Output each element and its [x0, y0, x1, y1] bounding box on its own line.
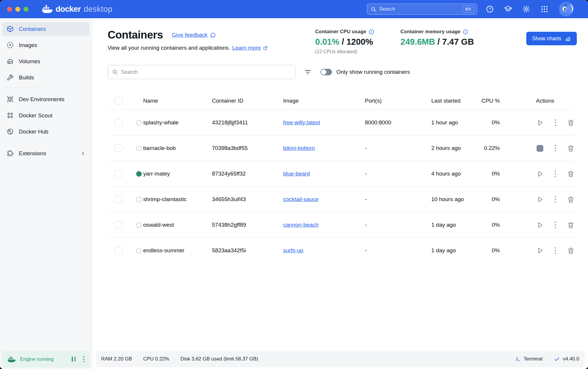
- sidebar-item-extensions[interactable]: Extensions: [2, 146, 89, 160]
- cpu-percent: 0.22%: [475, 145, 500, 151]
- container-id: 87324y65ff32: [212, 171, 283, 177]
- cpu-usage-stat: Container CPU usage i 0.01% / 1200% (12 …: [315, 29, 374, 54]
- start-container-button[interactable]: [536, 119, 544, 127]
- column-header-container-id[interactable]: Container ID: [212, 98, 283, 104]
- help-icon[interactable]: ?: [486, 5, 494, 13]
- show-charts-button[interactable]: Show charts: [526, 32, 577, 45]
- sidebar-item-dev-environments[interactable]: Dev Environments: [2, 92, 89, 106]
- info-icon[interactable]: i: [369, 29, 374, 35]
- running-only-toggle[interactable]: [320, 69, 332, 75]
- image-link[interactable]: free-willy:latest: [283, 119, 320, 126]
- sidebar-divider: [4, 142, 88, 142]
- row-checkbox[interactable]: [115, 170, 122, 178]
- stop-icon: [537, 145, 543, 152]
- sidebar-item-images[interactable]: Images: [2, 38, 89, 52]
- last-started: 1 day ago: [431, 247, 475, 254]
- image-link[interactable]: cannon-beach: [283, 222, 318, 228]
- trash-icon: [567, 119, 575, 127]
- delete-container-button[interactable]: [567, 144, 575, 152]
- play-icon: [536, 247, 544, 255]
- learning-center-icon[interactable]: [504, 5, 512, 13]
- container-ports: -: [365, 145, 431, 151]
- container-ports: -: [365, 171, 431, 177]
- toggle-knob: [321, 69, 326, 75]
- engine-status[interactable]: Engine running: [2, 351, 90, 368]
- row-checkbox[interactable]: [115, 144, 122, 152]
- minimize-window-button[interactable]: [15, 7, 20, 12]
- container-id: 70398a3bdf55: [212, 145, 283, 151]
- delete-container-button[interactable]: [567, 119, 575, 127]
- sidebar-item-containers[interactable]: Containers: [2, 22, 89, 36]
- delete-container-button[interactable]: [567, 247, 575, 255]
- start-container-button[interactable]: [536, 170, 544, 178]
- status-dot: [136, 248, 142, 253]
- row-checkbox[interactable]: [115, 247, 122, 254]
- engine-menu-icon[interactable]: [83, 356, 84, 362]
- row-menu-button[interactable]: [552, 221, 559, 229]
- row-menu-button[interactable]: [552, 144, 559, 152]
- disk-usage: Disk 3.62 GB used (limit 58.37 GB): [181, 356, 258, 362]
- page-subtitle: View all your running containers and app…: [108, 45, 230, 51]
- status-dot: [136, 120, 142, 126]
- engine-whale-icon: [7, 356, 16, 363]
- avatar[interactable]: [559, 1, 574, 17]
- brand-docker: docker: [56, 5, 81, 14]
- filter-icon[interactable]: [304, 68, 312, 76]
- column-header-cpu[interactable]: CPU %: [475, 98, 500, 104]
- table-row: yarr-matey 87324y65ff32 blue-beard - 4 h…: [108, 161, 575, 186]
- maximize-window-button[interactable]: [24, 7, 29, 12]
- delete-container-button[interactable]: [567, 170, 575, 178]
- column-header-ports[interactable]: Port(s): [365, 98, 431, 104]
- search-shortcut-badge: ⌘K: [462, 6, 474, 13]
- app-logo: docker desktop: [41, 4, 113, 14]
- terminal-icon: [515, 356, 521, 362]
- start-container-button[interactable]: [536, 221, 544, 229]
- sidebar-item-docker-scout[interactable]: Docker Scout: [2, 108, 89, 122]
- image-link[interactable]: bikini-bottom: [283, 145, 315, 151]
- global-search-input[interactable]: [379, 6, 462, 12]
- settings-icon[interactable]: [522, 5, 530, 13]
- image-link[interactable]: surfs-up: [283, 247, 303, 253]
- start-container-button[interactable]: [536, 247, 544, 255]
- volumes-icon: [6, 58, 14, 65]
- row-menu-button[interactable]: [552, 247, 559, 255]
- trash-icon: [567, 221, 575, 229]
- sidebar-item-label: Volumes: [19, 58, 40, 65]
- terminal-button[interactable]: Terminal: [515, 356, 542, 362]
- sidebar-item-volumes[interactable]: Volumes: [2, 54, 89, 68]
- select-all-checkbox[interactable]: [115, 97, 122, 105]
- last-started: 4 hours ago: [431, 171, 475, 177]
- image-link[interactable]: blue-beard: [283, 171, 310, 177]
- sidebar-item-builds[interactable]: Builds: [2, 71, 89, 84]
- column-header-last-started[interactable]: Last started: [431, 98, 475, 104]
- version-label: v4.40.0: [563, 356, 579, 362]
- cpu-allocation-note: (12 CPUs allocated): [315, 49, 374, 54]
- version-status[interactable]: v4.40.0: [554, 356, 579, 362]
- info-icon[interactable]: i: [463, 29, 468, 35]
- row-checkbox[interactable]: [115, 119, 122, 126]
- global-search[interactable]: ⌘K: [367, 4, 477, 15]
- container-search[interactable]: [108, 65, 296, 79]
- row-menu-button[interactable]: [552, 119, 559, 127]
- learn-more-link[interactable]: Learn more: [232, 45, 261, 51]
- apps-grid-icon[interactable]: [540, 5, 549, 13]
- pause-engine-button[interactable]: [72, 357, 76, 362]
- image-link[interactable]: cocktail-sauce: [283, 196, 318, 202]
- delete-container-button[interactable]: [567, 196, 575, 203]
- column-header-image[interactable]: Image: [283, 98, 365, 104]
- container-ports: -: [365, 247, 431, 254]
- container-search-input[interactable]: [121, 69, 291, 75]
- delete-container-button[interactable]: [567, 221, 575, 229]
- sidebar-item-docker-hub[interactable]: Docker Hub: [2, 125, 89, 138]
- feedback-bubble-icon: [210, 32, 216, 38]
- close-window-button[interactable]: [7, 7, 12, 12]
- row-checkbox[interactable]: [115, 196, 122, 203]
- row-menu-button[interactable]: [552, 170, 559, 178]
- row-checkbox[interactable]: [115, 221, 122, 229]
- give-feedback-link[interactable]: Give feedback: [172, 32, 216, 38]
- stop-container-button[interactable]: [536, 144, 544, 152]
- start-container-button[interactable]: [536, 196, 544, 203]
- row-menu-button[interactable]: [552, 196, 559, 203]
- check-icon: [554, 356, 560, 362]
- column-header-name[interactable]: Name: [143, 98, 212, 104]
